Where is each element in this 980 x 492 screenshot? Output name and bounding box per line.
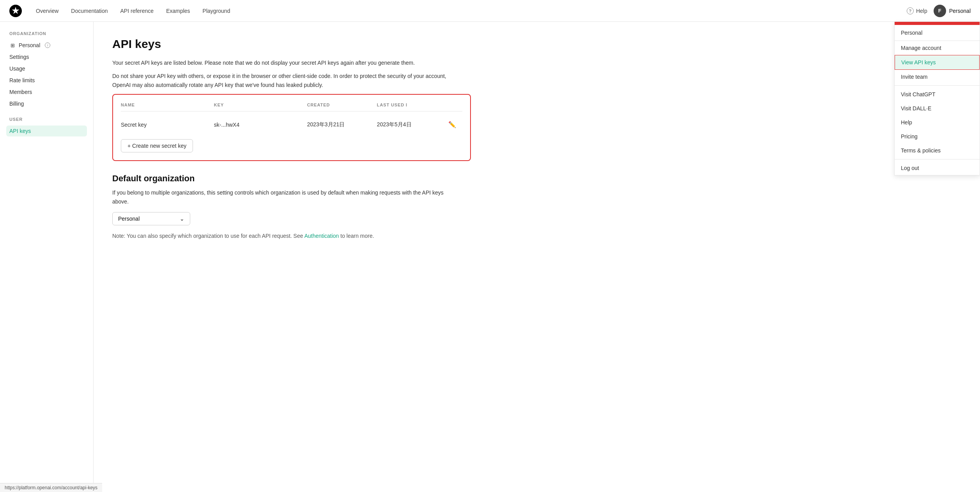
description-1: Your secret API keys are listed below. P… <box>112 58 448 67</box>
nav-overview[interactable]: Overview <box>31 5 63 16</box>
dropdown-divider-1 <box>895 85 980 86</box>
sidebar-item-usage[interactable]: Usage <box>6 63 87 74</box>
org-selected-value: Personal <box>118 216 140 222</box>
sidebar-usage-label: Usage <box>9 65 25 72</box>
org-select[interactable]: Personal ⌄ <box>112 212 190 225</box>
col-name: NAME <box>121 103 214 107</box>
org-section: ORGANIZATION ⊞ Personal i Settings Usage… <box>6 31 87 109</box>
sidebar-item-personal[interactable]: ⊞ Personal i <box>6 40 87 51</box>
dropdown-visit-chatgpt[interactable]: Visit ChatGPT <box>895 87 980 101</box>
note-prefix: Note: You can also specify which organiz… <box>112 233 304 239</box>
dropdown-manage-account[interactable]: Manage account <box>895 41 980 55</box>
user-section-title: USER <box>6 117 87 122</box>
nav-examples[interactable]: Examples <box>161 5 195 16</box>
note-text: Note: You can also specify which organiz… <box>112 232 448 240</box>
edit-key-button[interactable]: ✏️ <box>447 119 458 130</box>
sidebar-item-api-keys[interactable]: API keys <box>6 126 87 136</box>
table-row: Secret key sk-...hwX4 2023年3月21日 2023年5月… <box>121 115 462 135</box>
nav-api-reference[interactable]: API reference <box>116 5 159 16</box>
key-created: 2023年3月21日 <box>307 121 377 128</box>
user-section: USER API keys <box>6 117 87 136</box>
sidebar: ORGANIZATION ⊞ Personal i Settings Usage… <box>0 22 94 492</box>
help-circle-icon: ? <box>907 7 914 14</box>
nav-links: Overview Documentation API reference Exa… <box>31 5 907 16</box>
url-bar: https://platform.openai.com/account/api-… <box>0 483 102 492</box>
sidebar-rate-limits-label: Rate limits <box>9 77 35 83</box>
dropdown-logout[interactable]: Log out <box>895 161 980 175</box>
sidebar-settings-label: Settings <box>9 54 29 60</box>
default-org-title: Default organization <box>112 173 961 184</box>
help-label: Help <box>916 8 927 14</box>
key-value: sk-...hwX4 <box>214 122 307 128</box>
nav-documentation[interactable]: Documentation <box>66 5 112 16</box>
dropdown-pricing[interactable]: Pricing <box>895 129 980 143</box>
sidebar-item-billing[interactable]: Billing <box>6 98 87 109</box>
authentication-link[interactable]: Authentication <box>304 233 339 239</box>
main-content: API keys Your secret API keys are listed… <box>94 22 980 492</box>
dropdown-accent-bar <box>895 22 980 25</box>
col-last-used: LAST USED i <box>377 103 447 107</box>
edit-cell: ✏️ <box>447 119 462 130</box>
dropdown-visit-dalle[interactable]: Visit DALL·E <box>895 101 980 115</box>
org-description: If you belong to multiple organizations,… <box>112 188 448 206</box>
key-last-used: 2023年5月4日 <box>377 121 447 128</box>
description-2: Do not share your API key with others, o… <box>112 72 448 89</box>
nav-playground[interactable]: Playground <box>198 5 235 16</box>
openai-logo[interactable] <box>9 5 22 17</box>
key-name: Secret key <box>121 122 214 128</box>
api-keys-table-section: NAME KEY CREATED LAST USED i Secret key … <box>112 94 471 161</box>
dropdown-help[interactable]: Help <box>895 115 980 129</box>
dropdown-divider-2 <box>895 159 980 159</box>
col-actions <box>447 103 462 107</box>
note-suffix: to learn more. <box>339 233 374 239</box>
col-key: KEY <box>214 103 307 107</box>
sidebar-api-keys-label: API keys <box>9 128 31 134</box>
col-created: CREATED <box>307 103 377 107</box>
dropdown-header: Personal <box>895 25 980 41</box>
dropdown-terms-policies[interactable]: Terms & policies <box>895 143 980 158</box>
user-dropdown-menu: Personal Manage account View API keys In… <box>894 22 980 175</box>
chevron-down-icon: ⌄ <box>180 216 184 222</box>
page-title: API keys <box>112 37 961 51</box>
layout: ORGANIZATION ⊞ Personal i Settings Usage… <box>0 22 980 492</box>
org-icon: ⊞ <box>9 42 16 48</box>
user-label: Personal <box>949 8 971 14</box>
user-menu-button[interactable]: F Personal <box>934 5 971 17</box>
sidebar-item-settings[interactable]: Settings <box>6 51 87 62</box>
help-button[interactable]: ? Help <box>907 7 927 14</box>
nav-right: ? Help F Personal <box>907 5 971 17</box>
avatar: F <box>934 5 946 17</box>
last-used-info-icon[interactable]: i <box>406 103 407 107</box>
dropdown-invite-team[interactable]: Invite team <box>895 70 980 84</box>
sidebar-personal-label: Personal <box>19 42 40 48</box>
sidebar-item-rate-limits[interactable]: Rate limits <box>6 75 87 86</box>
dropdown-view-api-keys[interactable]: View API keys <box>895 55 980 70</box>
org-section-title: ORGANIZATION <box>6 31 87 36</box>
top-nav: Overview Documentation API reference Exa… <box>0 0 980 22</box>
sidebar-billing-label: Billing <box>9 101 24 107</box>
sidebar-item-members[interactable]: Members <box>6 87 87 97</box>
create-secret-key-button[interactable]: + Create new secret key <box>121 139 193 152</box>
info-icon: i <box>45 42 50 48</box>
sidebar-members-label: Members <box>9 89 32 95</box>
table-header: NAME KEY CREATED LAST USED i <box>121 103 462 111</box>
